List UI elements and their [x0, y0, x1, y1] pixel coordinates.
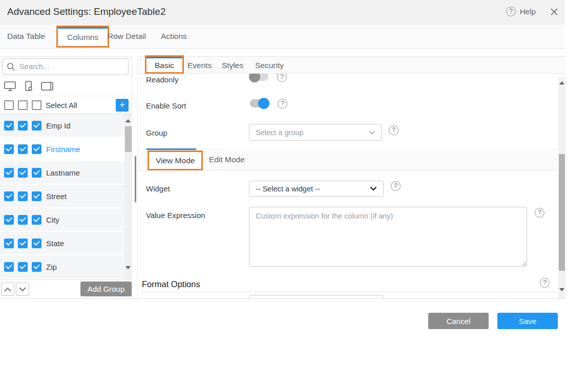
help-icon	[506, 7, 516, 16]
main-tab-bar: Data Table Columns Row Detail Actions	[0, 25, 565, 49]
tab-events[interactable]: Events	[187, 57, 212, 74]
enable-sort-help-icon[interactable]	[278, 99, 287, 109]
select-all-checkbox-tablet[interactable]	[32, 100, 41, 110]
checkbox-tablet[interactable]	[32, 191, 41, 201]
checkbox-tablet[interactable]	[32, 121, 41, 131]
mobile-icon[interactable]	[24, 81, 34, 92]
select-all-checkbox-desktop[interactable]	[4, 100, 14, 110]
readonly-toggle[interactable]	[249, 74, 269, 82]
help-label: Help	[520, 7, 536, 16]
desktop-icon[interactable]	[4, 81, 16, 92]
tab-styles[interactable]: Styles	[222, 57, 243, 74]
checkbox-tablet[interactable]	[32, 144, 41, 154]
column-label: State	[46, 239, 64, 248]
help-button[interactable]: Help	[506, 7, 536, 16]
save-button[interactable]: Save	[497, 313, 558, 329]
search-box	[2, 58, 129, 75]
checkbox-tablet[interactable]	[32, 262, 41, 272]
checkbox-desktop[interactable]	[4, 215, 14, 225]
checkbox-desktop[interactable]	[4, 191, 14, 201]
checkbox-desktop[interactable]	[4, 144, 14, 154]
checkbox-desktop[interactable]	[4, 121, 14, 131]
format-options-heading: Format Options	[142, 279, 200, 289]
tab-view-mode-annotation: View Mode	[148, 150, 203, 170]
checkbox-tablet[interactable]	[32, 239, 41, 248]
column-row-street[interactable]: Street	[0, 185, 124, 208]
tab-row-detail[interactable]: Row Detail	[108, 25, 146, 48]
readonly-help-icon[interactable]	[277, 74, 287, 82]
tab-data-table[interactable]: Data Table	[7, 25, 45, 48]
checkbox-mobile[interactable]	[18, 121, 28, 131]
column-settings-panel: Basic Events Styles Security Readonly En…	[137, 56, 565, 298]
toggle-knob	[249, 74, 260, 82]
close-icon[interactable]	[549, 7, 559, 17]
value-expression-help-icon[interactable]	[535, 208, 544, 218]
sidebar-bottom-bar: Add Group	[0, 279, 132, 299]
column-row-firstname[interactable]: Firstname	[0, 138, 124, 161]
checkbox-desktop[interactable]	[4, 239, 14, 248]
search-icon	[7, 62, 15, 71]
advanced-settings-dialog: Advanced Settings: EmployeeTable2 Help D…	[0, 0, 588, 367]
sidebar-resize-handle[interactable]	[135, 156, 136, 202]
sidebar-list-scrollbar[interactable]	[124, 114, 132, 279]
add-column-button[interactable]: +	[116, 99, 129, 112]
checkbox-desktop[interactable]	[4, 168, 14, 178]
tab-security[interactable]: Security	[255, 57, 284, 74]
scroll-up-icon[interactable]	[559, 81, 564, 84]
column-row-lastname[interactable]: Lastname	[0, 161, 124, 185]
checkbox-mobile[interactable]	[18, 215, 28, 225]
checkbox-desktop[interactable]	[4, 262, 14, 272]
tab-columns[interactable]: Columns	[58, 27, 108, 46]
select-all-checkbox-mobile[interactable]	[18, 100, 28, 110]
select-all-row: Select All +	[0, 97, 132, 114]
enable-sort-toggle[interactable]	[249, 98, 269, 109]
format-options-help-icon[interactable]	[540, 278, 550, 288]
scrollbar-thumb[interactable]	[125, 126, 132, 152]
basic-settings-content: Readonly Enable Sort Group Select a grou…	[138, 74, 558, 299]
dialog-header: Advanced Settings: EmployeeTable2 Help	[0, 0, 565, 25]
scroll-up-icon[interactable]	[125, 119, 131, 122]
move-down-button[interactable]	[16, 283, 29, 296]
scroll-down-icon[interactable]	[559, 288, 564, 291]
column-row-state[interactable]: State	[0, 232, 124, 255]
tab-edit-mode[interactable]: Edit Mode	[209, 148, 245, 170]
scrollbar-thumb[interactable]	[559, 154, 565, 271]
group-select[interactable]: Select a group	[249, 124, 382, 141]
widget-help-icon[interactable]	[391, 181, 401, 191]
checkbox-tablet[interactable]	[32, 168, 41, 178]
checkbox-mobile[interactable]	[18, 191, 28, 201]
column-label: Zip	[46, 263, 57, 271]
column-label: Street	[46, 192, 67, 201]
group-select-value: Select a group	[256, 128, 369, 137]
panel-scrollbar[interactable]	[558, 77, 565, 299]
settings-tab-bar: Basic Events Styles Security	[138, 57, 565, 74]
group-help-icon[interactable]	[389, 125, 398, 135]
checkbox-mobile[interactable]	[18, 239, 28, 248]
value-expression-input[interactable]	[249, 207, 527, 267]
checkbox-tablet[interactable]	[32, 215, 41, 225]
column-row-emp-id[interactable]: Emp Id	[0, 114, 124, 138]
search-input[interactable]	[19, 62, 124, 71]
tab-actions[interactable]: Actions	[161, 25, 187, 48]
add-group-button[interactable]: Add Group	[80, 282, 132, 296]
column-row-zip[interactable]: Zip	[0, 255, 124, 279]
widget-select-value: -- Select a widget --	[256, 185, 370, 193]
tab-view-mode[interactable]: View Mode	[149, 152, 201, 169]
checkbox-mobile[interactable]	[18, 262, 28, 272]
tab-columns-annotation: Columns	[56, 26, 109, 48]
checkbox-mobile[interactable]	[18, 168, 28, 178]
tab-basic-annotation: Basic	[145, 55, 184, 74]
select-all-label: Select All	[46, 101, 77, 110]
widget-label: Widget	[146, 184, 170, 193]
cancel-button[interactable]: Cancel	[428, 313, 489, 329]
tablet-icon[interactable]	[41, 81, 54, 91]
checkbox-mobile[interactable]	[18, 144, 28, 154]
chevron-down-icon	[369, 131, 375, 135]
tab-basic[interactable]: Basic	[146, 57, 182, 72]
move-up-button[interactable]	[1, 283, 14, 296]
enable-sort-label: Enable Sort	[146, 101, 186, 110]
column-row-city[interactable]: City	[0, 208, 124, 232]
widget-select[interactable]: -- Select a widget --	[249, 181, 384, 197]
device-toggle-row	[0, 76, 132, 96]
scroll-down-icon[interactable]	[125, 266, 131, 269]
